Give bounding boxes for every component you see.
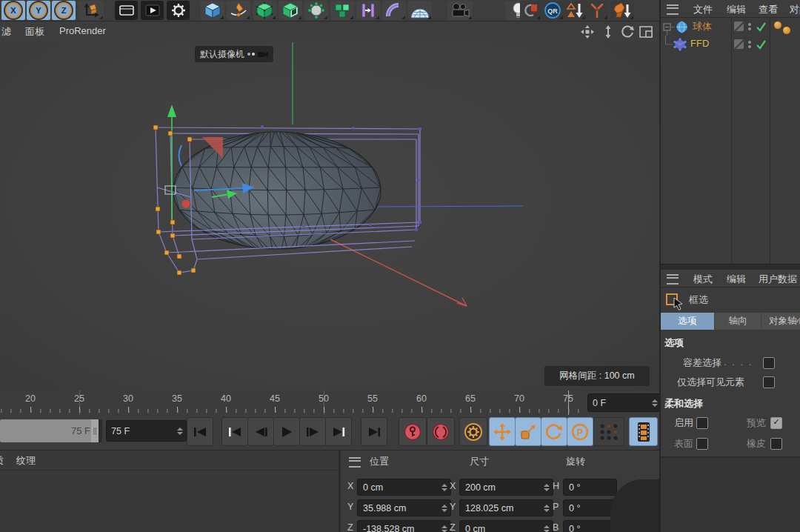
preview-checkbox[interactable] (770, 417, 782, 429)
coordinates-menu-icon[interactable] (349, 457, 361, 468)
instance-button[interactable] (356, 1, 380, 20)
spline-pen-button[interactable] (227, 1, 250, 20)
spinner-arrows-icon[interactable] (652, 399, 658, 407)
visibility-dots-icon[interactable] (748, 21, 751, 32)
section-options-header[interactable]: 选项 (664, 336, 684, 350)
visible-only-checkbox[interactable] (763, 376, 775, 388)
timeline-ruler[interactable]: 20 25 30 35 40 45 50 55 60 65 70 75 0 F (0, 390, 659, 416)
menu-prorender[interactable]: ProRender (59, 25, 106, 36)
keyframe-settings-button[interactable] (459, 417, 487, 446)
visibility-dots-icon[interactable] (748, 39, 751, 50)
om-menu-view[interactable]: 查看 (759, 3, 778, 16)
section-soft-header[interactable]: 柔和选择 (664, 397, 703, 410)
viewport-maximize-icon[interactable] (638, 24, 654, 39)
size-y-input[interactable]: 128.025 cm (459, 499, 553, 516)
record-keyframe-button[interactable] (399, 417, 427, 446)
pos-x-input[interactable]: 0 cm (357, 479, 451, 496)
pos-z-input[interactable]: -138.528 cm (357, 520, 451, 532)
rot-p-input[interactable]: 0 ° (563, 499, 617, 516)
tolerance-select-checkbox[interactable] (763, 357, 775, 369)
axis-lock-z-button[interactable]: Z (52, 1, 76, 20)
array-clone-button[interactable] (330, 1, 354, 20)
subdivide-arrows-button[interactable] (564, 1, 586, 20)
pos-y-input[interactable]: 35.988 cm (357, 499, 451, 516)
tab-object-axis[interactable]: 对象轴心 (761, 313, 800, 330)
axis-lock-y-button[interactable]: Y (27, 1, 50, 20)
material-menu-texture[interactable]: 纹理 (16, 454, 36, 468)
spinner-arrows-icon[interactable] (177, 428, 183, 435)
frame-slider-grip[interactable]: || (91, 419, 99, 442)
play-button[interactable] (273, 417, 300, 446)
attribute-manager-menu-icon[interactable] (667, 274, 679, 285)
material-menu-partial[interactable]: 质 (0, 454, 4, 468)
object-name-ffd[interactable]: FFD (690, 38, 709, 49)
volume-builder-button[interactable] (304, 1, 328, 20)
layer-toggle-icon[interactable] (734, 21, 744, 31)
character-rig-button[interactable] (610, 1, 634, 20)
object-name-sphere[interactable]: 球体 (693, 20, 712, 33)
viewport-rotate-icon[interactable] (619, 24, 636, 39)
end-frame-field[interactable]: 0 F (587, 393, 661, 412)
subdivision-surface-button[interactable] (253, 1, 276, 20)
rot-b-input[interactable]: 0 ° (563, 520, 617, 532)
menu-panel[interactable]: 面板 (25, 25, 44, 39)
previous-key-button[interactable] (221, 417, 248, 446)
tree-expand-icon[interactable] (662, 18, 677, 36)
tag-dot-icon[interactable] (782, 26, 791, 35)
current-frame-slider[interactable]: 75 F || (0, 419, 102, 442)
render-picture-viewer-button[interactable] (141, 1, 164, 20)
coordinate-system-button[interactable] (79, 1, 104, 20)
enabled-check-icon[interactable] (756, 21, 767, 32)
autokey-button[interactable] (427, 417, 455, 446)
go-to-start-button[interactable] (187, 417, 213, 446)
boole-modeling-button[interactable] (279, 1, 302, 20)
am-menu-userdata[interactable]: 用户数据 (759, 273, 797, 286)
object-row-sphere[interactable]: 球体 (661, 18, 800, 36)
next-key-button[interactable] (325, 417, 352, 446)
record-position-button[interactable] (489, 417, 516, 446)
object-manager-tree[interactable]: 球体 FFD (661, 18, 800, 264)
om-menu-edit[interactable]: 编辑 (727, 3, 746, 16)
om-menu-object[interactable]: 对象 (790, 3, 800, 16)
eraser-checkbox[interactable] (770, 438, 782, 450)
cineware-button[interactable] (520, 1, 541, 20)
viewport-pan-icon[interactable] (579, 24, 596, 39)
layer-toggle-icon[interactable] (734, 39, 744, 49)
go-to-end-button[interactable] (361, 417, 387, 446)
am-menu-mode[interactable]: 模式 (693, 273, 713, 286)
tab-options[interactable]: 选项 (661, 313, 714, 330)
object-row-ffd[interactable]: FFD (661, 36, 800, 53)
camera-button[interactable] (447, 1, 473, 20)
material-manager[interactable]: 质 纹理 (0, 450, 339, 532)
enabled-check-icon[interactable] (756, 39, 767, 50)
record-rotation-button[interactable] (541, 417, 567, 446)
floor-sky-button[interactable] (408, 1, 432, 20)
quick-render-button[interactable]: QR (541, 1, 564, 20)
tag-dot-icon[interactable] (773, 21, 782, 30)
size-x-input[interactable]: 200 cm (459, 479, 553, 496)
surface-checkbox[interactable] (696, 438, 708, 450)
size-z-input[interactable]: 0 cm (459, 520, 553, 532)
axis-lock-x-button[interactable]: X (1, 1, 25, 20)
primitive-cube-button[interactable] (201, 1, 224, 20)
tab-axis[interactable]: 轴向 (715, 313, 761, 330)
animation-palette-button[interactable] (629, 417, 658, 446)
joint-bone-button[interactable] (586, 1, 608, 20)
am-menu-edit[interactable]: 编辑 (727, 273, 746, 286)
om-menu-file[interactable]: 文件 (693, 3, 713, 16)
render-view-button[interactable] (115, 1, 138, 20)
object-manager-menu-icon[interactable] (667, 4, 679, 15)
3d-viewport[interactable]: 默认摄像机 网格间距 : 100 cm (0, 42, 659, 390)
bend-deformer-button[interactable] (382, 1, 406, 20)
viewport-dolly-icon[interactable] (600, 24, 616, 39)
camera-label[interactable]: 默认摄像机 (195, 46, 273, 62)
enable-checkbox[interactable] (696, 417, 708, 429)
previous-frame-button[interactable] (247, 417, 274, 446)
record-parameter-button[interactable]: P (567, 417, 593, 446)
keyframe-selection-button[interactable] (593, 417, 624, 446)
current-frame-field[interactable]: 75 F (106, 420, 187, 442)
record-scale-button[interactable] (515, 417, 541, 446)
next-frame-button[interactable] (299, 417, 326, 446)
menu-filter[interactable]: 滤 (1, 25, 11, 39)
render-settings-button[interactable] (167, 1, 190, 20)
